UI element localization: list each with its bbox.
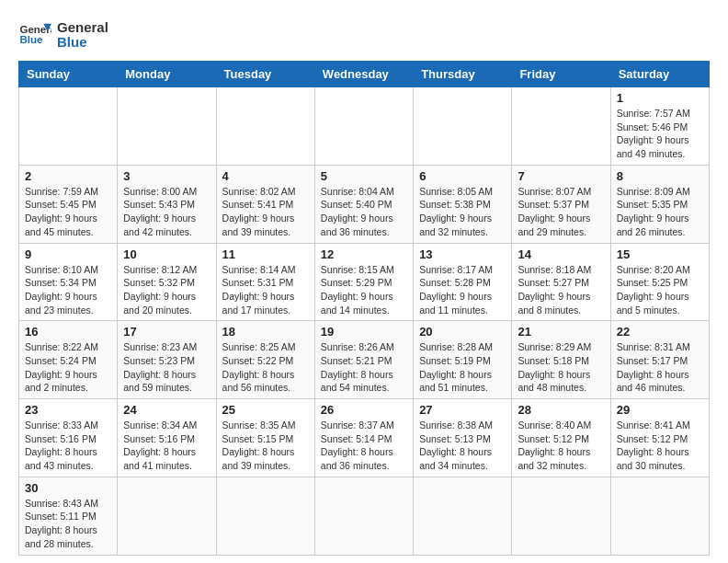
calendar-day-cell xyxy=(414,87,512,166)
calendar-day-cell: 8Sunrise: 8:09 AMSunset: 5:35 PMDaylight… xyxy=(610,165,709,243)
day-info: Sunrise: 8:17 AMSunset: 5:28 PMDaylight:… xyxy=(419,263,506,317)
calendar-day-cell xyxy=(216,477,314,555)
day-info: Sunrise: 8:00 AMSunset: 5:43 PMDaylight:… xyxy=(123,185,210,239)
day-number: 14 xyxy=(518,247,604,261)
logo: General Blue General Blue xyxy=(18,18,108,52)
day-info: Sunrise: 8:29 AMSunset: 5:18 PMDaylight:… xyxy=(518,340,604,395)
day-number: 6 xyxy=(419,169,506,183)
calendar-week-row: 2Sunrise: 7:59 AMSunset: 5:45 PMDaylight… xyxy=(19,165,710,243)
day-info: Sunrise: 8:31 AMSunset: 5:17 PMDaylight:… xyxy=(617,340,703,395)
day-info: Sunrise: 8:15 AMSunset: 5:29 PMDaylight:… xyxy=(321,263,407,317)
calendar-header-sunday: Sunday xyxy=(19,62,118,87)
calendar-day-cell xyxy=(314,87,413,166)
calendar-day-cell: 24Sunrise: 8:34 AMSunset: 5:16 PMDayligh… xyxy=(118,399,216,477)
svg-text:Blue: Blue xyxy=(19,34,43,45)
day-info: Sunrise: 8:28 AMSunset: 5:19 PMDaylight:… xyxy=(419,340,506,395)
day-info: Sunrise: 8:09 AMSunset: 5:35 PMDaylight:… xyxy=(617,185,703,239)
calendar-day-cell: 20Sunrise: 8:28 AMSunset: 5:19 PMDayligh… xyxy=(414,321,512,399)
day-info: Sunrise: 8:10 AMSunset: 5:34 PMDaylight:… xyxy=(25,263,111,317)
calendar-week-row: 30Sunrise: 8:43 AMSunset: 5:11 PMDayligh… xyxy=(19,477,710,555)
calendar-day-cell: 9Sunrise: 8:10 AMSunset: 5:34 PMDaylight… xyxy=(19,243,118,321)
calendar-week-row: 16Sunrise: 8:22 AMSunset: 5:24 PMDayligh… xyxy=(19,321,710,399)
calendar-day-cell xyxy=(19,87,118,166)
day-number: 29 xyxy=(617,403,703,417)
day-info: Sunrise: 8:20 AMSunset: 5:25 PMDaylight:… xyxy=(617,263,703,317)
calendar-day-cell: 15Sunrise: 8:20 AMSunset: 5:25 PMDayligh… xyxy=(610,243,709,321)
calendar-day-cell: 16Sunrise: 8:22 AMSunset: 5:24 PMDayligh… xyxy=(19,321,118,399)
calendar-day-cell xyxy=(216,87,314,166)
calendar-day-cell: 17Sunrise: 8:23 AMSunset: 5:23 PMDayligh… xyxy=(118,321,216,399)
day-number: 9 xyxy=(25,247,111,261)
day-number: 17 xyxy=(123,325,210,339)
calendar-day-cell: 12Sunrise: 8:15 AMSunset: 5:29 PMDayligh… xyxy=(314,243,413,321)
day-number: 1 xyxy=(617,91,703,105)
day-info: Sunrise: 8:43 AMSunset: 5:11 PMDaylight:… xyxy=(25,497,111,551)
calendar-day-cell xyxy=(512,87,610,166)
day-number: 24 xyxy=(123,403,210,417)
day-number: 7 xyxy=(518,169,604,183)
logo-icon: General Blue xyxy=(18,18,51,52)
calendar-day-cell: 6Sunrise: 8:05 AMSunset: 5:38 PMDaylight… xyxy=(414,165,512,243)
day-number: 16 xyxy=(25,325,111,339)
day-info: Sunrise: 8:26 AMSunset: 5:21 PMDaylight:… xyxy=(321,340,407,395)
calendar-header-monday: Monday xyxy=(118,62,216,87)
day-number: 23 xyxy=(25,403,111,417)
calendar-day-cell xyxy=(414,477,512,555)
day-number: 8 xyxy=(617,169,703,183)
day-info: Sunrise: 8:37 AMSunset: 5:14 PMDaylight:… xyxy=(321,419,407,473)
day-info: Sunrise: 7:57 AMSunset: 5:46 PMDaylight:… xyxy=(617,107,703,161)
calendar-day-cell: 23Sunrise: 8:33 AMSunset: 5:16 PMDayligh… xyxy=(19,399,118,477)
calendar-day-cell: 30Sunrise: 8:43 AMSunset: 5:11 PMDayligh… xyxy=(19,477,118,555)
day-number: 18 xyxy=(222,325,309,339)
calendar-day-cell: 25Sunrise: 8:35 AMSunset: 5:15 PMDayligh… xyxy=(216,399,314,477)
day-number: 11 xyxy=(222,247,309,261)
day-number: 2 xyxy=(25,169,111,183)
day-number: 13 xyxy=(419,247,506,261)
day-info: Sunrise: 8:07 AMSunset: 5:37 PMDaylight:… xyxy=(518,185,604,239)
day-number: 21 xyxy=(518,325,604,339)
day-info: Sunrise: 8:02 AMSunset: 5:41 PMDaylight:… xyxy=(222,185,309,239)
day-info: Sunrise: 8:34 AMSunset: 5:16 PMDaylight:… xyxy=(123,419,210,473)
calendar-day-cell: 5Sunrise: 8:04 AMSunset: 5:40 PMDaylight… xyxy=(314,165,413,243)
calendar-week-row: 1Sunrise: 7:57 AMSunset: 5:46 PMDaylight… xyxy=(19,87,710,166)
calendar-week-row: 23Sunrise: 8:33 AMSunset: 5:16 PMDayligh… xyxy=(19,399,710,477)
calendar-day-cell: 13Sunrise: 8:17 AMSunset: 5:28 PMDayligh… xyxy=(414,243,512,321)
calendar-day-cell: 26Sunrise: 8:37 AMSunset: 5:14 PMDayligh… xyxy=(314,399,413,477)
day-info: Sunrise: 8:33 AMSunset: 5:16 PMDaylight:… xyxy=(25,419,111,473)
calendar-header-wednesday: Wednesday xyxy=(314,62,413,87)
calendar-day-cell: 1Sunrise: 7:57 AMSunset: 5:46 PMDaylight… xyxy=(610,87,709,166)
calendar-day-cell: 21Sunrise: 8:29 AMSunset: 5:18 PMDayligh… xyxy=(512,321,610,399)
day-info: Sunrise: 7:59 AMSunset: 5:45 PMDaylight:… xyxy=(25,185,111,239)
day-number: 5 xyxy=(321,169,407,183)
day-number: 26 xyxy=(321,403,407,417)
calendar-day-cell: 28Sunrise: 8:40 AMSunset: 5:12 PMDayligh… xyxy=(512,399,610,477)
day-info: Sunrise: 8:14 AMSunset: 5:31 PMDaylight:… xyxy=(222,263,309,317)
calendar-day-cell xyxy=(314,477,413,555)
calendar-day-cell xyxy=(118,477,216,555)
calendar-day-cell: 29Sunrise: 8:41 AMSunset: 5:12 PMDayligh… xyxy=(610,399,709,477)
day-number: 10 xyxy=(123,247,210,261)
calendar-week-row: 9Sunrise: 8:10 AMSunset: 5:34 PMDaylight… xyxy=(19,243,710,321)
calendar-day-cell: 22Sunrise: 8:31 AMSunset: 5:17 PMDayligh… xyxy=(610,321,709,399)
day-info: Sunrise: 8:38 AMSunset: 5:13 PMDaylight:… xyxy=(419,419,506,473)
day-info: Sunrise: 8:05 AMSunset: 5:38 PMDaylight:… xyxy=(419,185,506,239)
day-info: Sunrise: 8:25 AMSunset: 5:22 PMDaylight:… xyxy=(222,340,309,395)
day-info: Sunrise: 8:18 AMSunset: 5:27 PMDaylight:… xyxy=(518,263,604,317)
logo-blue-text: Blue xyxy=(57,35,108,51)
day-info: Sunrise: 8:12 AMSunset: 5:32 PMDaylight:… xyxy=(123,263,210,317)
calendar-day-cell: 18Sunrise: 8:25 AMSunset: 5:22 PMDayligh… xyxy=(216,321,314,399)
day-info: Sunrise: 8:35 AMSunset: 5:15 PMDaylight:… xyxy=(222,419,309,473)
day-info: Sunrise: 8:22 AMSunset: 5:24 PMDaylight:… xyxy=(25,340,111,395)
calendar-table: SundayMondayTuesdayWednesdayThursdayFrid… xyxy=(18,61,710,556)
calendar-day-cell: 2Sunrise: 7:59 AMSunset: 5:45 PMDaylight… xyxy=(19,165,118,243)
calendar-header-friday: Friday xyxy=(512,62,610,87)
calendar-header-row: SundayMondayTuesdayWednesdayThursdayFrid… xyxy=(19,62,710,87)
calendar-day-cell: 4Sunrise: 8:02 AMSunset: 5:41 PMDaylight… xyxy=(216,165,314,243)
day-number: 20 xyxy=(419,325,506,339)
page-header: General Blue General Blue xyxy=(18,18,710,52)
day-number: 25 xyxy=(222,403,309,417)
day-number: 30 xyxy=(25,481,111,495)
logo-general-text: General xyxy=(57,20,108,36)
day-number: 28 xyxy=(518,403,604,417)
day-number: 12 xyxy=(321,247,407,261)
